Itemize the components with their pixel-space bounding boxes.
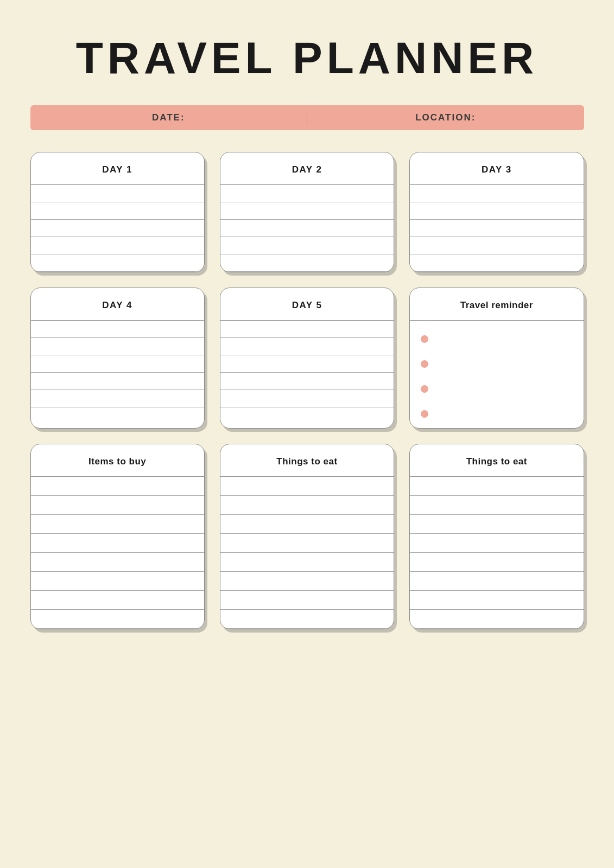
card-things-to-eat-2: Things to eat <box>409 444 584 629</box>
line <box>410 610 583 629</box>
line <box>31 515 204 534</box>
line <box>31 534 204 553</box>
card-day5-header: DAY 5 <box>220 288 394 321</box>
line <box>31 254 204 272</box>
card-day5-body[interactable] <box>220 321 394 428</box>
line <box>220 610 394 629</box>
reminder-line-1 <box>435 339 572 340</box>
card-eat1-body[interactable] <box>220 477 394 629</box>
reminder-item-1 <box>421 330 572 348</box>
line <box>220 572 394 591</box>
line <box>220 477 394 496</box>
line <box>410 202 583 220</box>
line <box>410 477 583 496</box>
line <box>410 553 583 572</box>
line <box>31 407 204 428</box>
line <box>220 220 394 237</box>
card-items-body[interactable] <box>31 477 204 629</box>
line <box>410 572 583 591</box>
reminder-item-4 <box>421 405 572 423</box>
card-day3-header: DAY 3 <box>410 152 583 185</box>
date-label: DATE: <box>152 112 185 123</box>
line <box>220 390 394 407</box>
line <box>220 237 394 254</box>
line <box>220 407 394 428</box>
card-day1-header: DAY 1 <box>31 152 204 185</box>
line <box>220 321 394 338</box>
card-day1: DAY 1 <box>30 152 205 272</box>
line <box>220 355 394 373</box>
line <box>410 515 583 534</box>
page: TRAVEL PLANNER DATE: LOCATION: DAY 1 <box>0 0 614 868</box>
line <box>220 373 394 390</box>
line <box>31 237 204 254</box>
card-day4-header: DAY 4 <box>31 288 204 321</box>
reminder-line-3 <box>435 389 572 390</box>
card-day3-body[interactable] <box>410 185 583 272</box>
card-day2: DAY 2 <box>220 152 394 272</box>
reminder-dot-3 <box>421 385 428 393</box>
line <box>31 338 204 355</box>
reminder-line-2 <box>435 364 572 365</box>
card-day5: DAY 5 <box>220 288 394 429</box>
line <box>410 220 583 237</box>
line <box>220 254 394 272</box>
reminder-item-2 <box>421 355 572 373</box>
card-day4-body[interactable] <box>31 321 204 428</box>
line <box>31 553 204 572</box>
reminder-line-4 <box>435 414 572 414</box>
card-items-header: Items to buy <box>31 444 204 477</box>
card-day2-header: DAY 2 <box>220 152 394 185</box>
line <box>31 477 204 496</box>
line <box>31 355 204 373</box>
card-items-to-buy: Items to buy <box>30 444 205 629</box>
grid-row-3: Items to buy Things to eat <box>30 444 584 629</box>
line <box>410 254 583 272</box>
reminder-dot-1 <box>421 335 428 343</box>
card-reminder-body[interactable] <box>410 325 583 428</box>
line <box>220 515 394 534</box>
line <box>220 591 394 610</box>
location-label: LOCATION: <box>415 112 476 123</box>
card-day3: DAY 3 <box>409 152 584 272</box>
line <box>220 338 394 355</box>
location-field: LOCATION: <box>307 112 584 123</box>
line <box>410 534 583 553</box>
line <box>220 202 394 220</box>
reminder-dot-4 <box>421 410 428 418</box>
grid-row-1: DAY 1 DAY 2 <box>30 152 584 272</box>
line <box>31 185 204 202</box>
line <box>220 185 394 202</box>
card-day4: DAY 4 <box>30 288 205 429</box>
card-reminder-header: Travel reminder <box>410 288 583 321</box>
line <box>31 390 204 407</box>
line <box>220 496 394 515</box>
date-field: DATE: <box>30 112 307 123</box>
line <box>220 534 394 553</box>
line <box>31 591 204 610</box>
reminder-item-3 <box>421 380 572 398</box>
header-bar: DATE: LOCATION: <box>30 105 584 130</box>
line <box>31 202 204 220</box>
line <box>31 220 204 237</box>
line <box>220 553 394 572</box>
line <box>410 237 583 254</box>
line <box>31 610 204 629</box>
card-day2-body[interactable] <box>220 185 394 272</box>
card-reminder: Travel reminder <box>409 288 584 429</box>
line <box>31 572 204 591</box>
line <box>31 321 204 338</box>
line <box>410 496 583 515</box>
line <box>31 373 204 390</box>
card-things-to-eat-1: Things to eat <box>220 444 394 629</box>
grid-row-2: DAY 4 DAY 5 <box>30 288 584 429</box>
card-eat1-header: Things to eat <box>220 444 394 477</box>
line <box>410 591 583 610</box>
page-title: TRAVEL PLANNER <box>76 33 539 84</box>
card-day1-body[interactable] <box>31 185 204 272</box>
card-eat2-body[interactable] <box>410 477 583 629</box>
card-eat2-header: Things to eat <box>410 444 583 477</box>
line <box>410 185 583 202</box>
reminder-dot-2 <box>421 360 428 368</box>
line <box>31 496 204 515</box>
